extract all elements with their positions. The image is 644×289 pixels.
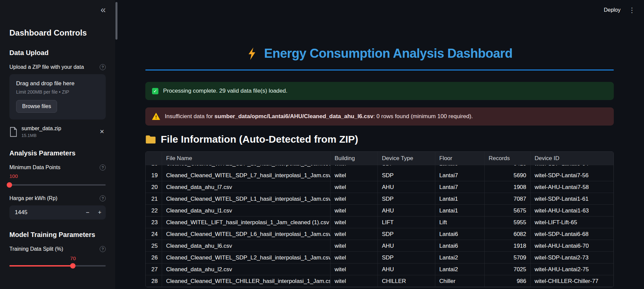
table-cell-floor[interactable]: Lantai5 [435,165,485,170]
table-cell-index[interactable]: 27 [146,263,162,275]
table-cell-records[interactable]: 5690 [485,170,531,181]
table-cell-index[interactable]: 19 [146,170,162,181]
overflow-menu-icon[interactable]: ⋮ [629,6,635,14]
sidebar-scrollbar[interactable] [115,2,117,40]
table-cell-records[interactable]: 5709 [485,252,531,263]
training-split-slider-thumb[interactable] [70,263,76,269]
table-cell-floor[interactable]: Lantai6 [435,228,485,240]
table-cell-device_type[interactable]: LIFT [378,216,435,228]
table-cell-records[interactable]: 5675 [485,205,531,216]
table-cell-device_id[interactable]: witel-SDP-Lantai6-68 [531,228,613,240]
table-row[interactable]: 22Cleaned_data_ahu_l1.csvwitelAHULantai1… [146,205,613,216]
table-row[interactable]: 24Cleaned_Cleaned_WITEL_SDP_L6_hasil_int… [146,228,613,240]
training-split-slider[interactable] [9,263,106,269]
table-cell-file_name[interactable]: Cleaned_WITEL_LIFT_hasil_interpolasi_1_J… [162,216,331,228]
table-cell-file_name[interactable]: Cleaned_Cleaned_WITEL_SDP_L1_hasil_inter… [162,193,331,205]
table-cell-building[interactable]: witel [331,275,378,287]
table-cell-device_id[interactable]: witel-AHU-Lantai2-75 [531,263,613,275]
table-cell-device_type[interactable]: SDP [378,193,435,205]
table-cell-file_name[interactable]: Cleaned_Cleaned_WITEL_SDP_L6_hasil_inter… [162,228,331,240]
column-header[interactable] [146,152,162,165]
table-cell-device_type[interactable]: AHU [378,205,435,216]
table-row[interactable]: 28Cleaned_Cleaned_WITEL_CHILLER_hasil_in… [146,275,613,287]
browse-files-button[interactable]: Browse files [16,100,57,113]
table-cell-device_id[interactable]: witel-LIFT-Lift-65 [531,216,613,228]
table-cell-records[interactable]: 1918 [485,240,531,252]
table-cell-file_name[interactable]: Cleaned_data_ahu_l6.csv [162,240,331,252]
min-points-slider-thumb[interactable] [7,182,12,188]
table-cell-building[interactable]: witel [331,205,378,216]
table-row[interactable]: 27Cleaned_data_ahu_l2.csvwitelAHULantai2… [146,263,613,275]
table-cell-file_name[interactable]: Cleaned_data_ahu_l1.csv [162,205,331,216]
decrement-button[interactable]: − [82,205,94,220]
table-cell-records[interactable]: 5955 [485,216,531,228]
table-cell-index[interactable]: 28 [146,275,162,287]
table-cell-index[interactable]: 22 [146,205,162,216]
table-cell-device_id[interactable]: witel-SDP-Lantai2-73 [531,252,613,263]
table-cell-index[interactable]: 26 [146,252,162,263]
table-cell-floor[interactable]: Lantai2 [435,252,485,263]
table-cell-index[interactable]: 21 [146,193,162,205]
table-cell-building[interactable]: witel [331,240,378,252]
table-cell-records[interactable]: 7025 [485,263,531,275]
table-cell-floor[interactable]: Lift [435,216,485,228]
file-dropzone[interactable]: Drag and drop file here Limit 200MB per … [9,74,106,119]
table-cell-device_type[interactable]: AHU [378,263,435,275]
column-header[interactable]: Floor [435,152,485,165]
table-row[interactable]: 18Cleaned_Cleaned_WITEL_SDP_L5_hasil_int… [146,165,613,170]
table-row[interactable]: 21Cleaned_Cleaned_WITEL_SDP_L1_hasil_int… [146,193,613,205]
table-cell-building[interactable]: witel [331,170,378,181]
table-cell-building[interactable]: witel [331,252,378,263]
sidebar-collapse-button[interactable]: « [98,5,108,15]
table-cell-device_id[interactable]: witel-SDP-Lantai5-54 [531,165,613,170]
table-cell-device_type[interactable]: SDP [378,228,435,240]
table-cell-device_type[interactable]: CHILLER [378,275,435,287]
table-cell-device_id[interactable]: witel-AHU-Lantai7-58 [531,181,613,193]
table-cell-index[interactable]: 20 [146,181,162,193]
table-cell-index[interactable]: 18 [146,165,162,170]
table-cell-floor[interactable]: Lantai1 [435,205,485,216]
table-cell-file_name[interactable]: Cleaned_Cleaned_WITEL_SDP_L7_hasil_inter… [162,170,331,181]
remove-file-button[interactable]: ✕ [98,127,106,137]
table-cell-file_name[interactable]: Cleaned_Cleaned_WITEL_CHILLER_hasil_inte… [162,275,331,287]
table-cell-building[interactable]: witel [331,193,378,205]
table-cell-building[interactable]: witel [331,228,378,240]
help-icon[interactable]: ? [100,195,106,201]
table-cell-floor[interactable]: Chiller [435,275,485,287]
column-header[interactable]: File Name [162,152,331,165]
column-header[interactable]: Building [331,152,378,165]
table-cell-building[interactable]: witel [331,165,378,170]
table-cell-floor[interactable]: Lantai7 [435,170,485,181]
table-cell-records[interactable]: 6082 [485,228,531,240]
table-cell-device_type[interactable]: SDP [378,252,435,263]
table-row[interactable]: 20Cleaned_data_ahu_l7.csvwitelAHULantai7… [146,181,613,193]
table-row[interactable]: 25Cleaned_data_ahu_l6.csvwitelAHULantai6… [146,240,613,252]
table-cell-device_id[interactable]: witel-CHILLER-Chiller-77 [531,275,613,287]
table-cell-device_id[interactable]: witel-AHU-Lantai1-63 [531,205,613,216]
table-cell-records[interactable]: 5413 [485,165,531,170]
table-cell-file_name[interactable]: Cleaned_Cleaned_WITEL_SDP_L2_hasil_inter… [162,252,331,263]
table-cell-device_id[interactable]: witel-SDP-Lantai1-61 [531,193,613,205]
table-cell-device_type[interactable]: SDP [378,165,435,170]
table-cell-records[interactable]: 1908 [485,181,531,193]
table-cell-records[interactable]: 7087 [485,193,531,205]
table-cell-building[interactable]: witel [331,263,378,275]
table-cell-device_type[interactable]: AHU [378,181,435,193]
table-cell-floor[interactable]: Lantai1 [435,193,485,205]
column-header[interactable]: Device Type [378,152,435,165]
table-cell-index[interactable]: 25 [146,240,162,252]
table-cell-building[interactable]: witel [331,181,378,193]
table-cell-floor[interactable]: Lantai6 [435,240,485,252]
table-row[interactable]: 19Cleaned_Cleaned_WITEL_SDP_L7_hasil_int… [146,170,613,181]
table-row[interactable]: 26Cleaned_Cleaned_WITEL_SDP_L2_hasil_int… [146,252,613,263]
help-icon[interactable]: ? [100,64,106,70]
table-cell-index[interactable]: 23 [146,216,162,228]
min-data-points-slider[interactable] [9,182,106,188]
column-header[interactable]: Device ID [531,152,613,165]
table-cell-file_name[interactable]: Cleaned_data_ahu_l2.csv [162,263,331,275]
table-cell-device_type[interactable]: SDP [378,170,435,181]
table-cell-device_type[interactable]: AHU [378,240,435,252]
table-cell-device_id[interactable]: witel-SDP-Lantai7-56 [531,170,613,181]
file-table[interactable]: File NameBuildingDevice TypeFloorRecords… [145,151,614,287]
deploy-button[interactable]: Deploy [604,7,621,13]
